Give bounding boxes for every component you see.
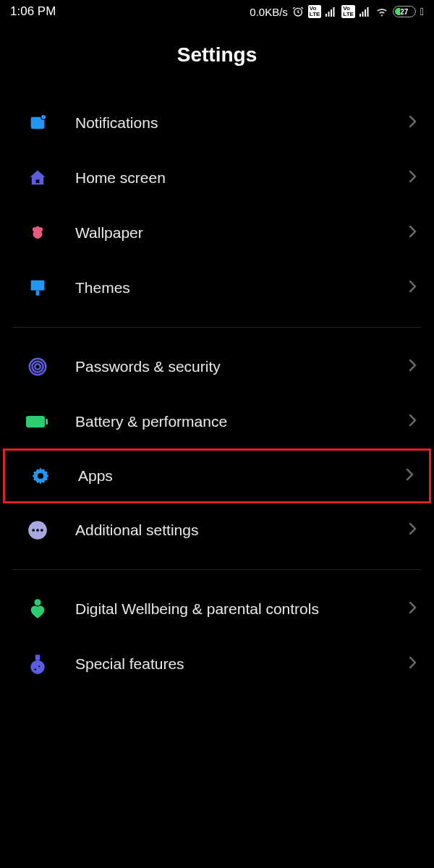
wellbeing-icon <box>26 597 49 621</box>
svg-point-21 <box>32 529 35 532</box>
settings-list: NotificationsHome screenWallpaperThemesP… <box>0 95 434 692</box>
settings-item-label: Passwords & security <box>75 357 382 376</box>
chevron-right-icon <box>408 600 417 618</box>
svg-rect-18 <box>46 419 48 425</box>
wifi-icon <box>375 7 388 17</box>
more-icon <box>26 519 49 542</box>
settings-item-label: Wallpaper <box>75 224 382 242</box>
settings-item-label: Battery & performance <box>75 412 382 431</box>
fingerprint-icon <box>26 355 49 378</box>
chevron-right-icon <box>408 169 417 187</box>
svg-point-19 <box>38 473 43 479</box>
themes-icon <box>26 276 49 299</box>
battery-pct: 27 <box>400 8 408 16</box>
svg-rect-4 <box>333 7 335 17</box>
svg-rect-17 <box>26 416 45 427</box>
svg-point-26 <box>30 660 44 674</box>
svg-point-24 <box>34 599 41 605</box>
settings-item-battery-performance[interactable]: Battery & performance <box>0 394 434 449</box>
chevron-right-icon <box>408 114 417 132</box>
volte-icon-2: VoLTE <box>341 5 355 18</box>
settings-item-label: Home screen <box>75 169 382 187</box>
svg-rect-25 <box>35 655 40 660</box>
settings-item-label: Apps <box>78 467 379 485</box>
volte-icon-1: VoLTE <box>308 5 322 18</box>
svg-rect-5 <box>359 14 361 17</box>
svg-rect-8 <box>367 7 368 17</box>
chevron-right-icon <box>408 224 417 242</box>
svg-point-14 <box>35 364 41 370</box>
svg-rect-13 <box>36 291 40 296</box>
chevron-right-icon <box>408 413 417 430</box>
settings-item-label: Additional settings <box>75 521 382 540</box>
alarm-icon <box>292 6 304 17</box>
svg-point-23 <box>41 529 43 532</box>
chevron-right-icon <box>408 655 417 673</box>
settings-item-wallpaper[interactable]: Wallpaper <box>0 205 434 260</box>
group-divider <box>13 327 421 328</box>
status-time: 1:06 PM <box>10 4 56 19</box>
chevron-right-icon <box>405 467 414 485</box>
status-bar: 1:06 PM 0.0KB/s VoLTE VoLTE 27 󱐋 <box>0 0 434 22</box>
svg-rect-1 <box>326 14 327 17</box>
svg-rect-2 <box>328 12 330 17</box>
status-netspeed: 0.0KB/s <box>250 6 288 18</box>
chevron-right-icon <box>408 522 417 539</box>
settings-item-label: Themes <box>75 278 382 297</box>
svg-point-15 <box>33 362 43 373</box>
settings-item-themes[interactable]: Themes <box>0 260 434 315</box>
battery-indicator: 27 <box>393 6 416 17</box>
settings-item-special-features[interactable]: Special features <box>0 637 434 692</box>
settings-item-label: Digital Wellbeing & parental controls <box>75 600 382 618</box>
svg-rect-3 <box>331 9 332 17</box>
svg-rect-7 <box>365 9 366 17</box>
svg-rect-6 <box>362 12 363 17</box>
page-title: Settings <box>0 43 434 67</box>
chevron-right-icon <box>408 358 417 375</box>
group-divider <box>13 569 421 570</box>
home-icon <box>26 166 49 190</box>
settings-item-digital-wellbeing[interactable]: Digital Wellbeing & parental controls <box>0 582 434 637</box>
settings-item-label: Notifications <box>75 114 382 132</box>
signal-icon-1 <box>326 7 337 17</box>
gear-icon <box>29 464 52 488</box>
notifications-icon <box>26 111 49 135</box>
battery-icon <box>26 410 49 433</box>
svg-point-10 <box>41 114 46 119</box>
flask-icon <box>26 652 49 676</box>
settings-item-home-screen[interactable]: Home screen <box>0 150 434 205</box>
wallpaper-icon <box>26 221 49 244</box>
signal-icon-2 <box>359 7 371 17</box>
svg-point-27 <box>35 668 37 671</box>
settings-item-passwords-security[interactable]: Passwords & security <box>0 339 434 394</box>
settings-item-additional-settings[interactable]: Additional settings <box>0 503 434 558</box>
battery-fill <box>395 8 400 15</box>
svg-point-22 <box>36 529 39 532</box>
settings-item-label: Special features <box>75 655 382 673</box>
svg-rect-12 <box>31 281 45 291</box>
charging-icon: 󱐋 <box>420 6 424 17</box>
svg-rect-11 <box>36 179 40 183</box>
svg-point-28 <box>38 665 40 667</box>
status-right: 0.0KB/s VoLTE VoLTE 27 󱐋 <box>250 5 424 18</box>
settings-item-notifications[interactable]: Notifications <box>0 95 434 150</box>
chevron-right-icon <box>408 279 417 297</box>
settings-item-apps[interactable]: Apps <box>3 448 431 503</box>
